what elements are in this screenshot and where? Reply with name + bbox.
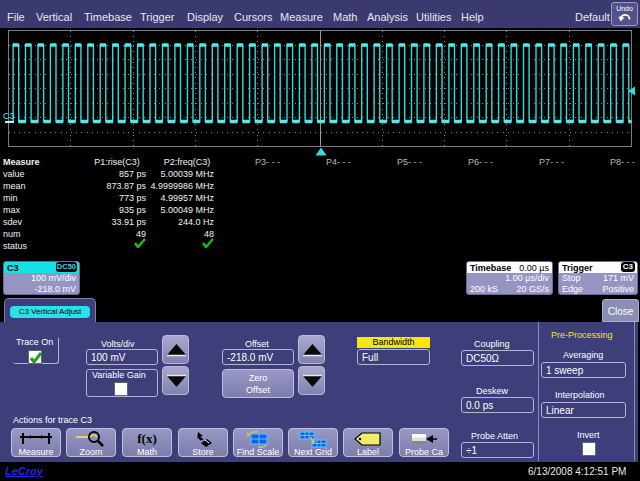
svg-text:C3: C3	[3, 111, 15, 121]
